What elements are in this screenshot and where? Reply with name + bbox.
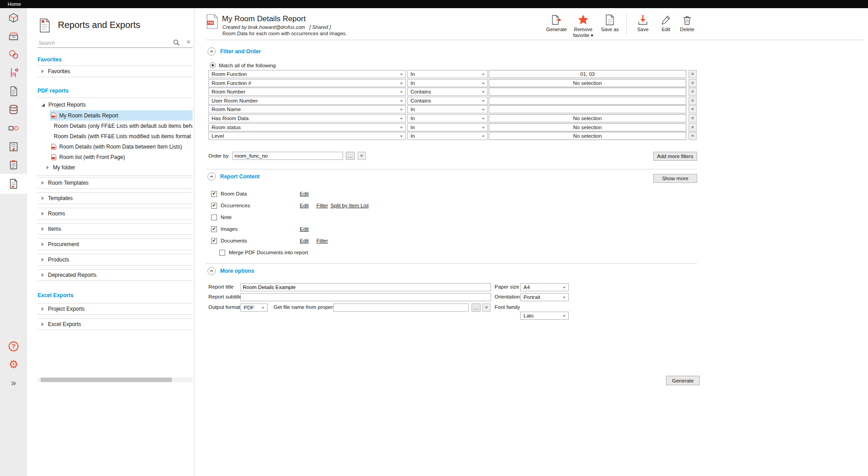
tree-node-project-reports[interactable]: Project Reports (38, 99, 193, 110)
remove-filter-button[interactable]: ✕ (689, 114, 697, 122)
remove-filter-button[interactable]: ✕ (689, 88, 697, 96)
remove-filter-button[interactable]: ✕ (689, 132, 697, 140)
note-checkbox[interactable] (211, 215, 217, 220)
logistics-module-icon[interactable] (0, 119, 27, 138)
settings-gear-icon[interactable]: ⚙ (0, 355, 27, 374)
output-format-select[interactable]: PDF (241, 303, 268, 312)
filter-value-box[interactable]: No selection (489, 132, 686, 140)
remove-filter-button[interactable]: ✕ (689, 123, 697, 131)
help-icon[interactable]: ? (0, 337, 27, 356)
filter-operator-select[interactable]: In (407, 79, 488, 87)
order-by-input[interactable] (232, 152, 343, 160)
report-item[interactable]: Room list (with Front Page) (50, 152, 193, 162)
images-checkbox[interactable] (211, 226, 217, 232)
order-by-clear-button[interactable]: ✕ (358, 152, 366, 160)
sidebar-item-project-exports[interactable]: Project Exports (38, 303, 193, 315)
file-name-property-input[interactable] (333, 303, 469, 312)
search-input[interactable] (38, 38, 170, 47)
scrollbar-thumb[interactable] (41, 378, 172, 382)
filter-link[interactable]: Filter (316, 238, 328, 243)
edit-link[interactable]: Edit (300, 238, 309, 243)
generate-report-button[interactable]: Generate (666, 376, 700, 385)
match-all-radio[interactable] (210, 62, 216, 68)
remove-filter-button[interactable]: ✕ (689, 79, 697, 87)
filter-operator-select[interactable]: Contains (407, 97, 488, 105)
save-button[interactable]: Save (631, 14, 655, 33)
sidebar-item-items[interactable]: Items (38, 223, 193, 235)
report-item[interactable]: Room Details (with FF&E Lists modified s… (50, 131, 193, 141)
filter-operator-select[interactable]: In (407, 123, 488, 131)
report-subtitle-input[interactable] (241, 293, 491, 301)
delete-button[interactable]: Delete (677, 14, 697, 33)
tree-node-my-folder[interactable]: My folder (47, 162, 193, 173)
filter-field-select[interactable]: Room Function # (208, 79, 406, 87)
sidebar-item-procurement[interactable]: Procurement (38, 238, 193, 250)
filter-field-select[interactable]: Level (208, 132, 406, 140)
filter-value-box[interactable] (489, 97, 686, 105)
save-as-button[interactable]: Save as (598, 14, 622, 33)
filter-operator-select[interactable]: Contains (407, 88, 488, 96)
collapse-options-button[interactable] (208, 267, 216, 275)
edit-button[interactable]: Edit (657, 14, 675, 33)
show-more-button[interactable]: Show more (653, 174, 697, 183)
expand-panel-icon[interactable]: » (0, 373, 27, 392)
filter-operator-select[interactable]: In (407, 132, 488, 140)
filter-field-select[interactable]: Room status (208, 123, 406, 131)
spaces-module-icon[interactable] (0, 8, 27, 27)
font-family-select[interactable]: Lato (520, 312, 569, 320)
filter-value-box[interactable] (489, 105, 686, 113)
filter-value-box[interactable]: No selection (489, 79, 686, 87)
edit-link[interactable]: Edit (300, 226, 309, 232)
file-name-clear-button[interactable]: ✕ (482, 303, 491, 312)
remove-favorite-button[interactable]: Remove favorite ▾ (571, 14, 596, 38)
split-by-item-list-link[interactable]: Split by Item List (330, 203, 368, 208)
sidebar-item-excel-exports[interactable]: Excel Exports (38, 318, 193, 330)
documents-module-icon[interactable] (0, 82, 27, 101)
filter-operator-select[interactable]: In (407, 114, 488, 122)
filter-field-select[interactable]: Room Name (208, 105, 406, 113)
generate-button[interactable]: Generate (545, 14, 568, 33)
sidebar-item-deprecated-reports[interactable]: Deprecated Reports (38, 269, 193, 281)
report-item[interactable]: My Room Details Report (50, 110, 193, 121)
orientation-select[interactable]: Portrait (520, 293, 569, 301)
filter-value-box[interactable]: 01, 03 (489, 70, 686, 78)
filter-operator-select[interactable]: In (407, 70, 488, 78)
file-name-browse-button[interactable]: … (472, 303, 481, 312)
filter-operator-select[interactable]: In (407, 105, 488, 113)
room-data-checkbox[interactable] (211, 191, 217, 197)
add-more-filters-button[interactable]: Add more filters (653, 152, 697, 161)
filter-link[interactable]: Filter (316, 203, 328, 208)
sidebar-item-rooms[interactable]: Rooms (38, 208, 193, 219)
reports-module-icon[interactable] (0, 174, 27, 194)
edit-link[interactable]: Edit (300, 191, 309, 196)
remove-filter-button[interactable]: ✕ (689, 97, 697, 105)
clear-search-icon[interactable]: ✕ (186, 39, 191, 45)
filter-field-select[interactable]: User Room Number (208, 97, 406, 105)
merge-pdf-checkbox[interactable] (219, 250, 225, 256)
buildings-module-icon[interactable] (0, 137, 27, 156)
collapse-filter-button[interactable] (208, 47, 216, 56)
filter-value-box[interactable]: No selection (489, 114, 686, 122)
occurrences-checkbox[interactable] (211, 203, 217, 209)
remove-filter-button[interactable]: ✕ (689, 105, 697, 113)
sidebar-item-products[interactable]: Products (38, 254, 193, 266)
remove-filter-button[interactable]: ✕ (689, 70, 697, 78)
home-menu[interactable]: Home (8, 1, 21, 7)
search-icon[interactable] (173, 39, 180, 46)
filter-field-select[interactable]: Room Function (208, 70, 406, 78)
collapse-content-button[interactable] (208, 173, 216, 181)
filter-field-select[interactable]: Has Room Data (208, 114, 406, 122)
edit-link[interactable]: Edit (300, 203, 309, 208)
forms-module-icon[interactable] (0, 155, 27, 174)
filter-field-select[interactable]: Room Number (208, 88, 406, 96)
report-item[interactable]: Room Details (only FF&E Lists with defau… (50, 121, 193, 131)
report-title-input[interactable] (241, 283, 491, 291)
furniture-module-icon[interactable] (0, 63, 27, 82)
filter-value-box[interactable]: No selection (489, 123, 686, 131)
sidebar-item-templates[interactable]: Templates (38, 192, 193, 204)
products-module-icon[interactable] (0, 45, 27, 64)
report-item[interactable]: Room Details (with Room Data between Ite… (50, 141, 193, 152)
sidebar-item-room-templates[interactable]: Room Templates (38, 177, 193, 189)
filter-value-box[interactable] (489, 88, 686, 96)
documents-checkbox[interactable] (211, 238, 217, 244)
